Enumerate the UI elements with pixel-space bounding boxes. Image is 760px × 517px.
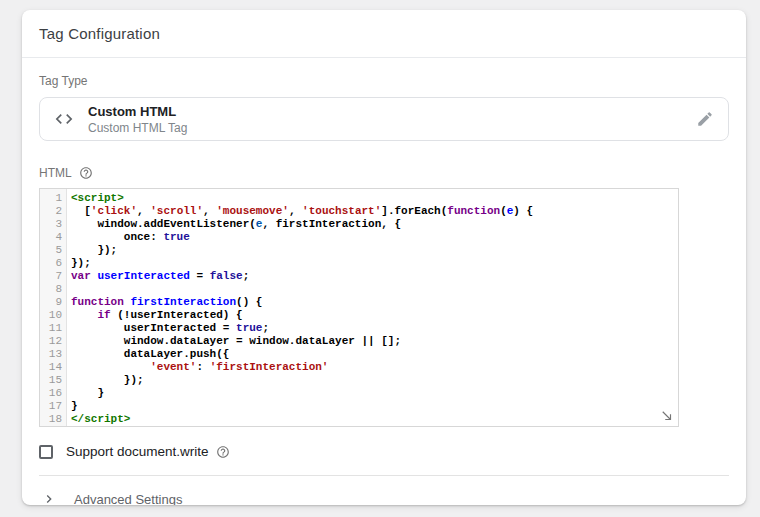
code-token: ].forEach( xyxy=(381,205,447,217)
support-document-write-row: Support document.write xyxy=(39,444,729,459)
line-number: 18 xyxy=(40,413,66,426)
line-number: 17 xyxy=(40,400,66,413)
code-token: }); xyxy=(71,257,91,269)
code-token: once: xyxy=(71,231,163,243)
code-token: function xyxy=(447,205,500,217)
code-token: 'scroll' xyxy=(150,205,203,217)
code-token: [ xyxy=(71,205,91,217)
code-line[interactable]: 'event': 'firstInteraction' xyxy=(71,361,678,374)
code-token: </script> xyxy=(71,413,130,425)
code-token: 'touchstart' xyxy=(302,205,381,217)
line-number: 7 xyxy=(40,270,66,283)
code-token: true xyxy=(236,322,262,334)
code-brackets-icon xyxy=(40,109,88,129)
code-line[interactable]: dataLayer.push({ xyxy=(71,348,678,361)
code-token: false xyxy=(210,270,243,282)
code-line[interactable] xyxy=(71,283,678,296)
edit-pencil-icon[interactable] xyxy=(696,110,714,128)
line-number: 11 xyxy=(40,322,66,335)
line-number: 2 xyxy=(40,205,66,218)
code-token: }); xyxy=(71,374,144,386)
line-number: 6 xyxy=(40,257,66,270)
code-token: if xyxy=(97,309,110,321)
code-token xyxy=(71,361,150,373)
line-numbers: 123456789101112131415161718 xyxy=(40,189,67,426)
line-number: 5 xyxy=(40,244,66,257)
code-line[interactable]: function firstInteraction() { xyxy=(71,296,678,309)
html-code-editor[interactable]: 123456789101112131415161718 <script> ['c… xyxy=(39,188,679,427)
code-token: , xyxy=(289,205,302,217)
document-write-help-icon[interactable] xyxy=(216,445,230,459)
code-line[interactable]: once: true xyxy=(71,231,678,244)
code-token: } xyxy=(71,387,104,399)
code-token: () { xyxy=(236,296,262,308)
code-line[interactable]: </script> xyxy=(71,413,678,426)
advanced-settings-label: Advanced Settings xyxy=(74,492,182,506)
code-line[interactable]: if (!userInteracted) { xyxy=(71,309,678,322)
code-token: <script> xyxy=(71,192,124,204)
code-line[interactable]: <script> xyxy=(71,192,678,205)
code-line[interactable]: }); xyxy=(71,244,678,257)
code-token: , xyxy=(137,205,150,217)
code-token: }); xyxy=(71,244,117,256)
line-number: 3 xyxy=(40,218,66,231)
code-token: = xyxy=(190,270,210,282)
code-token: (!userInteracted) { xyxy=(111,309,243,321)
code-line[interactable]: } xyxy=(71,400,678,413)
code-token: function xyxy=(71,296,124,308)
tag-type-text: Custom HTML Custom HTML Tag xyxy=(88,104,187,135)
code-line[interactable]: window.dataLayer = window.dataLayer || [… xyxy=(71,335,678,348)
line-number: 9 xyxy=(40,296,66,309)
line-number: 15 xyxy=(40,374,66,387)
page-title: Tag Configuration xyxy=(39,25,160,42)
line-number: 4 xyxy=(40,231,66,244)
panel-body: Tag Type Custom HTML Custom HTML Tag HTM… xyxy=(22,58,746,505)
html-help-icon[interactable] xyxy=(79,166,93,180)
tag-type-name: Custom HTML xyxy=(88,104,187,119)
code-line[interactable]: }); xyxy=(71,257,678,270)
tag-configuration-panel: Tag Configuration Tag Type Custom HTML C… xyxy=(22,10,746,505)
panel-header: Tag Configuration xyxy=(22,10,746,58)
code-line[interactable]: }); xyxy=(71,374,678,387)
tag-type-description: Custom HTML Tag xyxy=(88,121,187,135)
code-token: ( xyxy=(500,205,507,217)
resize-handle-icon[interactable] xyxy=(660,409,674,423)
code-token: : xyxy=(196,361,209,373)
line-number: 10 xyxy=(40,309,66,322)
line-number: 8 xyxy=(40,283,66,296)
line-number: 1 xyxy=(40,192,66,205)
code-token: true xyxy=(163,231,189,243)
code-token: , xyxy=(203,205,216,217)
code-token: ; xyxy=(262,322,269,334)
code-token: var xyxy=(71,270,91,282)
support-document-write-checkbox[interactable] xyxy=(39,445,53,459)
code-token: } xyxy=(71,400,78,412)
code-token: userInteracted xyxy=(97,270,189,282)
code-token: userInteracted = xyxy=(71,322,236,334)
code-token: 'firstInteraction' xyxy=(210,361,329,373)
code-token xyxy=(71,309,97,321)
tag-type-card[interactable]: Custom HTML Custom HTML Tag xyxy=(39,97,729,141)
support-document-write-label: Support document.write xyxy=(66,444,209,459)
code-token: , firstInteraction, { xyxy=(262,218,401,230)
code-token: 'click' xyxy=(91,205,137,217)
code-token: window.dataLayer = window.dataLayer || [… xyxy=(71,335,401,347)
code-line[interactable]: ['click', 'scroll', 'mousemove', 'touchs… xyxy=(71,205,678,218)
code-line[interactable]: } xyxy=(71,387,678,400)
code-line[interactable]: userInteracted = true; xyxy=(71,322,678,335)
html-field-label-row: HTML xyxy=(39,166,729,180)
advanced-settings-section[interactable]: Advanced Settings xyxy=(39,475,729,505)
code-token: ) { xyxy=(513,205,533,217)
line-number: 16 xyxy=(40,387,66,400)
code-line[interactable]: window.addEventListener(e, firstInteract… xyxy=(71,218,678,231)
code-token: dataLayer.push({ xyxy=(71,348,229,360)
chevron-right-icon xyxy=(41,491,57,505)
code-line[interactable]: var userInteracted = false; xyxy=(71,270,678,283)
line-number: 12 xyxy=(40,335,66,348)
line-number: 14 xyxy=(40,361,66,374)
code-lines[interactable]: <script> ['click', 'scroll', 'mousemove'… xyxy=(67,189,678,426)
html-field-label: HTML xyxy=(39,166,72,180)
code-token: 'event' xyxy=(150,361,196,373)
code-token: 'mousemove' xyxy=(216,205,289,217)
line-number: 13 xyxy=(40,348,66,361)
